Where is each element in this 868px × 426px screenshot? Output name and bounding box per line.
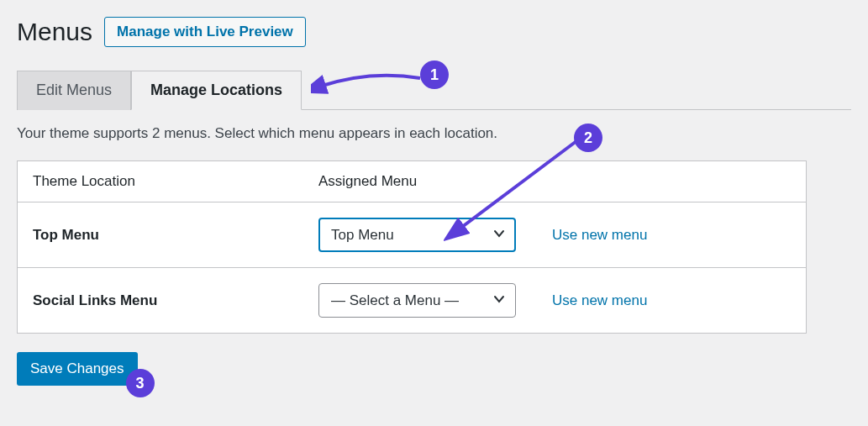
save-button[interactable]: Save Changes xyxy=(17,352,138,386)
table-row: Social Links Menu — Select a Menu — Use … xyxy=(18,268,806,333)
menu-select-wrap: — Select a Menu — xyxy=(318,283,516,318)
table-header: Theme Location Assigned Menu xyxy=(18,161,806,202)
annotation-marker-3: 3 xyxy=(126,369,155,397)
th-theme-location: Theme Location xyxy=(33,173,318,190)
annotation-arrow xyxy=(444,133,587,242)
location-label: Top Menu xyxy=(33,227,318,244)
annotation-marker-2: 2 xyxy=(574,124,602,152)
page-title: Menus xyxy=(17,18,92,46)
location-label: Social Links Menu xyxy=(33,292,318,309)
live-preview-button[interactable]: Manage with Live Preview xyxy=(104,17,306,47)
annotation-arrow xyxy=(311,66,429,99)
locations-table: Theme Location Assigned Menu Top Menu To… xyxy=(17,160,807,334)
tab-manage-locations[interactable]: Manage Locations xyxy=(131,71,302,110)
annotation-marker-1: 1 xyxy=(420,60,449,89)
use-new-menu-link[interactable]: Use new menu xyxy=(552,292,647,308)
table-row: Top Menu Top Menu Use new menu xyxy=(18,202,806,268)
menu-select-social[interactable]: — Select a Menu — xyxy=(318,283,516,318)
page-header: Menus Manage with Live Preview xyxy=(17,17,851,47)
tab-edit-menus[interactable]: Edit Menus xyxy=(17,71,131,110)
description-text: Your theme supports 2 menus. Select whic… xyxy=(17,125,851,142)
